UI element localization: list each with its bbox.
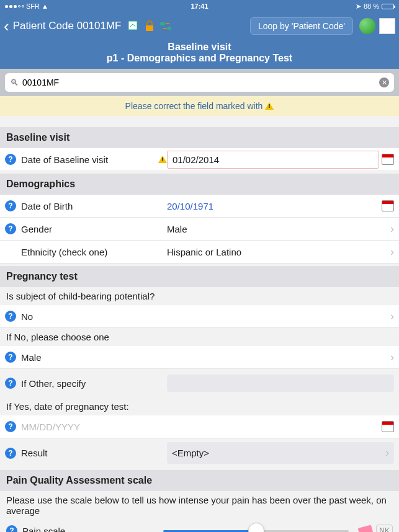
carrier: SFR (26, 2, 40, 10)
chevron-right-icon: › (385, 446, 389, 459)
chevron-right-icon: › (390, 223, 394, 236)
nav-bar: ‹ Patient Code 00101MF Loop by 'Patient … (0, 12, 399, 40)
section-pain: Pain Quality Assessment scale (0, 468, 399, 491)
result-select[interactable]: <Empty> (172, 445, 383, 461)
section-pregnancy: Pregnancy test (0, 264, 399, 287)
other-input[interactable] (167, 375, 394, 392)
help-icon[interactable]: ? (5, 200, 16, 211)
search-input[interactable] (22, 78, 379, 87)
row-ethnicity[interactable]: ? Ethnicity (check one) Hispanic or Lati… (0, 241, 399, 264)
row-pregnancy-date: ? MM/DD/YYYY (0, 415, 399, 438)
dob-input[interactable]: 20/10/1971 (167, 198, 379, 215)
search-icon: 🔍︎ (10, 78, 19, 87)
help-icon[interactable]: ? (5, 154, 16, 165)
calendar-icon[interactable] (382, 421, 394, 432)
sub-header-line1: Baseline visit (0, 42, 399, 53)
wifi-icon: ▲ (42, 2, 48, 10)
transfer-icon[interactable] (160, 20, 171, 32)
search-bar: 🔍︎ ✕ (0, 69, 399, 96)
help-icon[interactable]: ? (5, 352, 16, 363)
nav-title[interactable]: Patient Code 00101MF (13, 20, 122, 32)
help-icon[interactable]: ? (6, 525, 17, 532)
svg-rect-0 (128, 21, 137, 30)
clock: 17:41 (191, 2, 208, 10)
pregnancy-date-input[interactable]: MM/DD/YYYY (21, 419, 379, 435)
status-bar: SFR ▲ 17:41 ➤ 88 % (0, 0, 399, 12)
help-icon[interactable]: ? (5, 223, 16, 234)
pregnancy-q1: Is subject of child-bearing potential? (0, 287, 399, 305)
sub-header-line2: p1 - Demographics and Pregnancy Test (0, 53, 399, 64)
chevron-right-icon: › (390, 310, 394, 323)
other-label: If Other, specify (21, 378, 167, 389)
location-icon: ➤ (356, 2, 361, 11)
row-other: ? If Other, specify (0, 369, 399, 397)
edit-icon[interactable] (128, 20, 139, 32)
baseline-date-label: Date of Baseline visit (21, 154, 167, 165)
row-result[interactable]: ? Result <Empty>› (0, 438, 399, 468)
pregnancy-q2: If No, please choose one (0, 328, 399, 346)
field-warning-icon (158, 156, 167, 163)
section-baseline: Baseline visit (0, 116, 399, 148)
gender-select[interactable]: Male (167, 221, 388, 237)
calendar-icon[interactable] (382, 200, 394, 211)
svg-rect-3 (168, 27, 171, 30)
signal-dots (5, 5, 24, 8)
sub-header: Baseline visit p1 - Demographics and Pre… (0, 40, 399, 69)
row-childbearing[interactable]: ? No› (0, 305, 399, 328)
globe-icon[interactable] (359, 18, 375, 34)
back-chevron-icon[interactable]: ‹ (4, 17, 9, 36)
help-icon[interactable]: ? (5, 448, 16, 459)
battery-icon (382, 4, 394, 9)
warning-text: Please correct the field marked with (125, 101, 263, 111)
baseline-date-input[interactable] (167, 151, 379, 169)
eraser-icon[interactable] (358, 525, 374, 532)
ethnicity-select[interactable]: Hispanic or Latino (167, 244, 388, 260)
row-baseline-date: ? Date of Baseline visit (0, 148, 399, 171)
childbearing-select[interactable]: No (21, 308, 388, 325)
help-icon[interactable]: ? (5, 421, 16, 432)
flag-icon[interactable] (379, 18, 395, 34)
dob-label: Date of Birth (21, 201, 167, 211)
search-box[interactable]: 🔍︎ ✕ (5, 73, 394, 92)
ethnicity-label: Ethnicity (check one) (21, 247, 167, 257)
clear-search-icon[interactable]: ✕ (379, 78, 389, 87)
row-ifno[interactable]: ? Male› (0, 346, 399, 369)
warning-icon (265, 102, 274, 110)
lock-icon[interactable] (144, 20, 155, 32)
gender-label: Gender (21, 224, 167, 234)
slider-thumb[interactable] (248, 523, 264, 532)
pain-slider[interactable] (163, 530, 349, 532)
calendar-icon[interactable] (382, 154, 394, 165)
help-icon[interactable]: ? (5, 311, 16, 322)
pain-instructions: Please use the scale below to tell us ho… (0, 491, 399, 520)
chevron-right-icon: › (390, 246, 394, 259)
nk-button[interactable]: NK (376, 525, 393, 532)
pain-scale-label: Pain scale (22, 526, 157, 533)
help-icon[interactable]: ? (5, 378, 16, 389)
section-demographics: Demographics (0, 171, 399, 195)
result-label: Result (21, 448, 167, 458)
row-pain-scale: ? Pain scale NK (0, 520, 399, 532)
loop-button[interactable]: Loop by 'Patient Code' (250, 17, 353, 35)
form-content: Baseline visit ? Date of Baseline visit … (0, 116, 399, 532)
row-gender[interactable]: ? Gender Male› (0, 218, 399, 241)
chevron-right-icon: › (390, 351, 394, 364)
battery-pct: 88 % (364, 2, 379, 10)
warning-banner: Please correct the field marked with (0, 96, 399, 116)
svg-rect-1 (146, 25, 153, 31)
row-dob: ? Date of Birth 20/10/1971 (0, 195, 399, 218)
svg-rect-2 (160, 22, 165, 25)
pregnancy-q4: If Yes, date of pregnancy test: (0, 397, 399, 415)
ifno-select[interactable]: Male (21, 349, 388, 366)
